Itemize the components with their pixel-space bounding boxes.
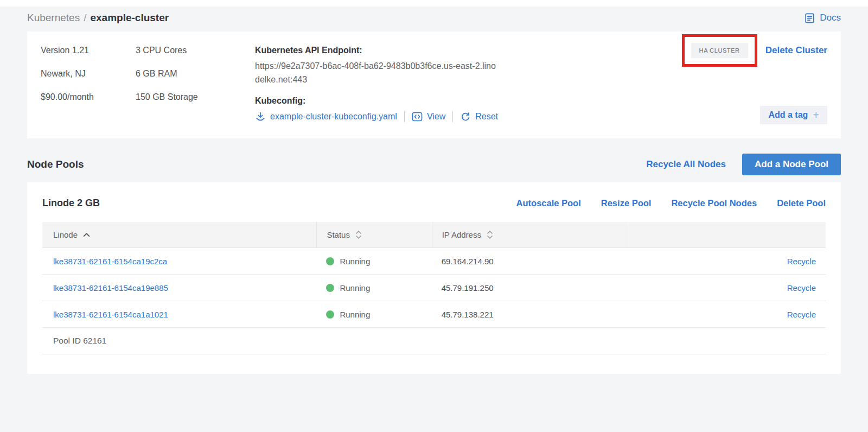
- status-label: Running: [340, 257, 370, 266]
- pool-title: Linode 2 GB: [42, 198, 100, 209]
- table-row: lke38731-62161-6154ca1a1021 Running 45.7…: [42, 301, 826, 328]
- view-label: View: [427, 112, 445, 122]
- reset-label: Reset: [475, 112, 498, 122]
- column-label: Status: [327, 230, 350, 239]
- endpoint-block: Kubernetes API Endpoint: https://9e2a730…: [255, 46, 515, 124]
- download-icon: [255, 111, 266, 122]
- recycle-node-link[interactable]: Recycle: [787, 310, 816, 319]
- sort-icon: [355, 230, 362, 240]
- bottom-space: [27, 374, 841, 428]
- breadcrumb-current: example-cluster: [90, 12, 169, 23]
- sort-icon: [486, 230, 494, 240]
- page: Kubernetes/example-cluster Docs Version …: [0, 7, 868, 428]
- cluster-summary-card: Version 1.21 3 CPU Cores Newark, NJ 6 GB…: [27, 31, 841, 138]
- spec-version: Version 1.21: [41, 46, 136, 55]
- delete-cluster-link[interactable]: Delete Cluster: [765, 45, 827, 56]
- annotation-highlight-box: HA CLUSTER: [682, 34, 757, 67]
- ip-address: 45.79.138.221: [432, 310, 628, 319]
- docs-label: Docs: [820, 12, 841, 23]
- kubeconfig-row: example-cluster-kubeconfig.yaml View: [255, 111, 515, 122]
- column-header-ip-address[interactable]: IP Address: [432, 222, 628, 247]
- recycle-all-nodes-link[interactable]: Recycle All Nodes: [646, 159, 726, 170]
- status-cell: Running: [316, 283, 431, 293]
- node-link[interactable]: lke38731-62161-6154ca19e885: [53, 283, 168, 293]
- breadcrumb-row: Kubernetes/example-cluster Docs: [27, 7, 841, 31]
- table-row: lke38731-62161-6154ca19c2ca Running 69.1…: [42, 248, 826, 275]
- kubeconfig-filename: example-cluster-kubeconfig.yaml: [270, 112, 397, 122]
- docs-icon: [804, 12, 815, 24]
- breadcrumb-section-kubernetes[interactable]: Kubernetes: [27, 12, 80, 23]
- status-dot-running: [326, 284, 334, 292]
- reset-icon: [460, 111, 471, 122]
- status-dot-running: [326, 310, 334, 319]
- code-icon: [412, 111, 423, 122]
- node-pool-card: Linode 2 GB Autoscale Pool Resize Pool R…: [27, 182, 841, 374]
- add-node-pool-button[interactable]: Add a Node Pool: [742, 154, 841, 175]
- column-label: Linode: [53, 230, 78, 239]
- node-pools-title: Node Pools: [27, 158, 84, 170]
- add-tag-label: Add a tag: [768, 110, 808, 120]
- spec-storage: 150 GB Storage: [136, 92, 255, 102]
- view-kubeconfig-link[interactable]: View: [412, 111, 445, 122]
- status-cell: Running: [316, 257, 431, 266]
- spec-price: $90.00/month: [41, 92, 136, 102]
- ip-address: 69.164.214.90: [432, 257, 628, 266]
- pool-actions: Autoscale Pool Resize Pool Recycle Pool …: [516, 198, 826, 208]
- top-strip: [0, 0, 868, 7]
- api-endpoint-url: https://9e2a7307-b6ac-408f-ba62-9483b0b3…: [255, 60, 499, 87]
- node-pools-actions: Recycle All Nodes Add a Node Pool: [646, 154, 841, 175]
- table-header-row: Linode Status: [42, 222, 826, 248]
- recycle-node-link[interactable]: Recycle: [787, 257, 816, 266]
- node-link[interactable]: lke38731-62161-6154ca1a1021: [53, 310, 168, 319]
- status-cell: Running: [316, 310, 431, 319]
- breadcrumb: Kubernetes/example-cluster: [27, 12, 169, 24]
- table-row: lke38731-62161-6154ca19e885 Running 45.7…: [42, 275, 826, 301]
- delete-pool-link[interactable]: Delete Pool: [777, 198, 826, 208]
- node-pools-header: Node Pools Recycle All Nodes Add a Node …: [27, 154, 841, 175]
- column-label: IP Address: [442, 230, 481, 239]
- status-dot-running: [326, 257, 334, 265]
- autoscale-pool-link[interactable]: Autoscale Pool: [516, 198, 581, 208]
- sort-asc-icon: [82, 232, 91, 238]
- docs-link[interactable]: Docs: [804, 12, 841, 24]
- pool-header: Linode 2 GB Autoscale Pool Resize Pool R…: [42, 198, 826, 209]
- status-label: Running: [340, 310, 370, 319]
- divider: [452, 111, 453, 122]
- kubeconfig-download-link[interactable]: example-cluster-kubeconfig.yaml: [255, 111, 397, 122]
- ha-row: HA CLUSTER Delete Cluster: [682, 34, 827, 67]
- column-header-status[interactable]: Status: [316, 222, 431, 247]
- reset-kubeconfig-link[interactable]: Reset: [460, 111, 498, 122]
- plus-icon: +: [813, 110, 819, 120]
- spec-region: Newark, NJ: [41, 69, 136, 79]
- recycle-pool-nodes-link[interactable]: Recycle Pool Nodes: [671, 198, 757, 208]
- pool-id-footer: Pool ID 62161: [42, 328, 826, 354]
- node-table: Linode Status: [42, 222, 826, 354]
- column-header-linode[interactable]: Linode: [42, 222, 316, 247]
- ha-cluster-badge: HA CLUSTER: [691, 43, 748, 58]
- resize-pool-link[interactable]: Resize Pool: [601, 198, 652, 208]
- api-endpoint-label: Kubernetes API Endpoint:: [255, 46, 515, 55]
- column-header-actions: [628, 222, 826, 247]
- add-tag-button[interactable]: Add a tag +: [760, 106, 827, 124]
- spec-cpu: 3 CPU Cores: [136, 46, 255, 55]
- kubeconfig-label: Kubeconfig:: [255, 96, 515, 106]
- summary-right: HA CLUSTER Delete Cluster Add a tag +: [682, 46, 827, 124]
- breadcrumb-separator: /: [84, 12, 86, 23]
- status-label: Running: [340, 283, 370, 293]
- cluster-specs: Version 1.21 3 CPU Cores Newark, NJ 6 GB…: [41, 46, 255, 124]
- spec-ram: 6 GB RAM: [136, 69, 255, 79]
- node-link[interactable]: lke38731-62161-6154ca19c2ca: [53, 257, 167, 266]
- ip-address: 45.79.191.250: [432, 283, 628, 293]
- recycle-node-link[interactable]: Recycle: [787, 283, 816, 293]
- divider: [404, 111, 405, 122]
